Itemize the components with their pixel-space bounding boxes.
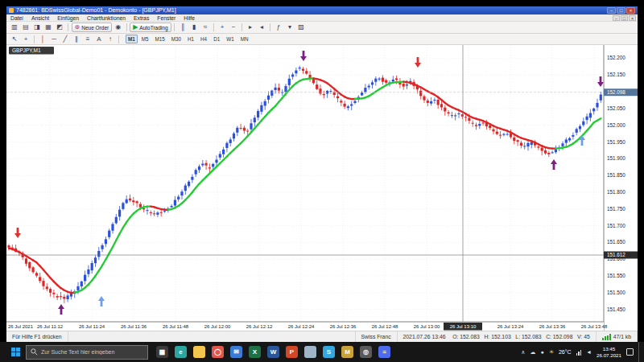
webterminal-button[interactable]: ◉ — [113, 23, 123, 32]
skype-taskbar-button[interactable]: S — [320, 342, 338, 362]
hidden-icons-chevron[interactable]: ∧ — [521, 342, 525, 362]
taskbar-clock[interactable]: 13:45 26.07.2021 — [597, 346, 621, 358]
buy-confirm-arrow-stem — [101, 301, 103, 306]
timeframe-w1-button[interactable]: W1 — [224, 35, 237, 43]
data-window-button[interactable]: ▤ — [21, 23, 31, 32]
candle — [537, 146, 539, 147]
menu-ansicht[interactable]: Ansicht — [27, 14, 53, 22]
time-tick-label: 26 Jul 11:12 — [37, 324, 64, 329]
current-price-label: 152.098 — [607, 89, 625, 95]
close-button[interactable]: × — [626, 7, 635, 14]
cursor-button[interactable]: ↖ — [10, 35, 20, 44]
volume-icon[interactable]: ◄ — [586, 342, 592, 362]
neue-order-button[interactable]: ⊕Neue Order — [72, 23, 113, 32]
connection-signal-icon — [602, 334, 611, 340]
settings-taskbar-button[interactable]: ◎ — [357, 342, 375, 362]
candlestick-mode-button[interactable]: ▮ — [189, 23, 200, 32]
task-view-taskbar-button[interactable]: ▦ — [153, 342, 171, 362]
vertical-line-tool-button[interactable]: │ — [38, 35, 48, 44]
windows-logo-icon — [11, 348, 20, 356]
market-watch-button[interactable]: ▥ — [10, 23, 20, 32]
chart-restore-button[interactable]: □ — [621, 15, 628, 21]
search-input[interactable] — [41, 349, 143, 355]
excel-taskbar-button[interactable]: X — [246, 342, 264, 362]
navigator-button[interactable]: ◨ — [32, 23, 43, 32]
show-desktop-button[interactable] — [638, 342, 642, 362]
mail-app-taskbar-button[interactable]: ✉ — [227, 342, 246, 362]
menu-einfgen[interactable]: Einfügen — [53, 14, 83, 22]
sell-signal-arrow-stem — [600, 76, 602, 82]
candle — [250, 123, 252, 129]
candle — [122, 203, 124, 209]
onedrive-icon[interactable]: ☁ — [530, 342, 535, 362]
candle — [39, 277, 41, 281]
maximize-button[interactable]: □ — [617, 7, 625, 14]
trendline-tool-button[interactable]: ╱ — [60, 35, 71, 44]
crosshair-time-label: 26 Jul 13:10 — [450, 324, 477, 329]
chart-close-button[interactable]: × — [629, 15, 636, 21]
edge-browser-taskbar-button[interactable]: e — [171, 342, 190, 362]
fibonacci-tool-button[interactable]: ≡ — [83, 35, 93, 44]
bar-chart-mode-button[interactable]: ║ — [178, 23, 188, 32]
candle — [56, 296, 59, 298]
action-center-icon[interactable] — [626, 348, 634, 356]
timeframe-mn-button[interactable]: MN — [237, 35, 251, 43]
taskbar-search[interactable] — [26, 345, 148, 360]
toolbar-separator — [270, 23, 270, 31]
strategy-tester-button[interactable]: ◩ — [55, 23, 65, 32]
price-chart-canvas[interactable]: 152.200152.150152.100152.050152.000151.9… — [6, 45, 638, 331]
word-taskbar-button[interactable]: W — [264, 342, 283, 362]
timeframe-m1-button[interactable]: M1 — [126, 35, 138, 43]
arrows-tool-button[interactable]: ↑ — [105, 35, 116, 44]
auto-scroll-button[interactable]: ▸ — [246, 23, 256, 32]
weather-icon[interactable]: ☀ — [549, 349, 554, 356]
minimize-button[interactable]: – — [607, 7, 616, 14]
menu-chartfunktionen[interactable]: Chartfunktionen — [83, 14, 130, 22]
line-chart-mode-button[interactable]: ≈ — [200, 23, 211, 32]
menu-fenster[interactable]: Fenster — [153, 14, 180, 22]
templates-dropdown-button[interactable]: ▨ — [296, 23, 307, 32]
taskbar: ▦e◯✉XWPSM◎= ∧ ☁ ● ☀ 26°C ◄ 13:45 26.07.2… — [0, 342, 644, 362]
horizontal-line-tool-button[interactable]: ─ — [49, 35, 60, 44]
file-explorer-taskbar-button[interactable] — [190, 342, 208, 362]
indicators-button[interactable]: ƒ — [274, 23, 284, 32]
metatrader-taskbar-button[interactable]: M — [338, 342, 357, 362]
arrows-tool-icon: ↑ — [109, 35, 112, 43]
text-tool-button[interactable]: A — [94, 35, 105, 44]
autotrading-button[interactable]: ▶AutoTrading — [130, 23, 171, 32]
periods-dropdown-button[interactable]: ▾ — [285, 23, 295, 32]
calculator-taskbar-button[interactable]: = — [375, 342, 394, 362]
timeframe-h4-button[interactable]: H4 — [198, 35, 210, 43]
candle — [288, 79, 291, 85]
status-connection: 47/1 kb — [597, 331, 638, 342]
start-button[interactable] — [6, 342, 24, 362]
menu-extras[interactable]: Extras — [130, 14, 153, 22]
candle — [579, 126, 581, 130]
timeframe-h1-button[interactable]: H1 — [185, 35, 197, 43]
timeframe-m30-button[interactable]: M30 — [168, 35, 184, 43]
toolbar-separator — [242, 23, 242, 31]
network-icon[interactable] — [576, 349, 582, 356]
menu-hilfe[interactable]: Hilfe — [180, 14, 199, 22]
powerpoint-taskbar-button[interactable]: P — [283, 342, 301, 362]
channel-tool-button[interactable]: ∥ — [72, 35, 82, 44]
candle — [52, 293, 55, 294]
crosshair-tool-button[interactable]: + — [21, 35, 31, 44]
chart-minimize-button[interactable]: – — [613, 15, 620, 21]
candle — [215, 160, 217, 163]
trendline-tool-icon: ╱ — [64, 35, 68, 43]
chrome-browser-taskbar-button[interactable]: ◯ — [208, 342, 227, 362]
antivirus-icon[interactable]: ● — [540, 342, 543, 362]
weather-temperature[interactable]: 26°C — [559, 349, 572, 355]
terminal-button[interactable]: ▦ — [43, 23, 54, 32]
timeframe-d1-button[interactable]: D1 — [211, 35, 223, 43]
candle — [402, 84, 405, 87]
mt4-app-icon — [9, 8, 14, 13]
zoom-in-button[interactable]: + — [217, 23, 228, 32]
timeframe-m5-button[interactable]: M5 — [138, 35, 151, 43]
notepad-taskbar-button[interactable] — [301, 342, 320, 362]
chart-shift-button[interactable]: ◂ — [257, 23, 267, 32]
zoom-out-button[interactable]: − — [229, 23, 239, 32]
menu-datei[interactable]: Datei — [6, 14, 27, 22]
timeframe-m15-button[interactable]: M15 — [152, 35, 167, 43]
